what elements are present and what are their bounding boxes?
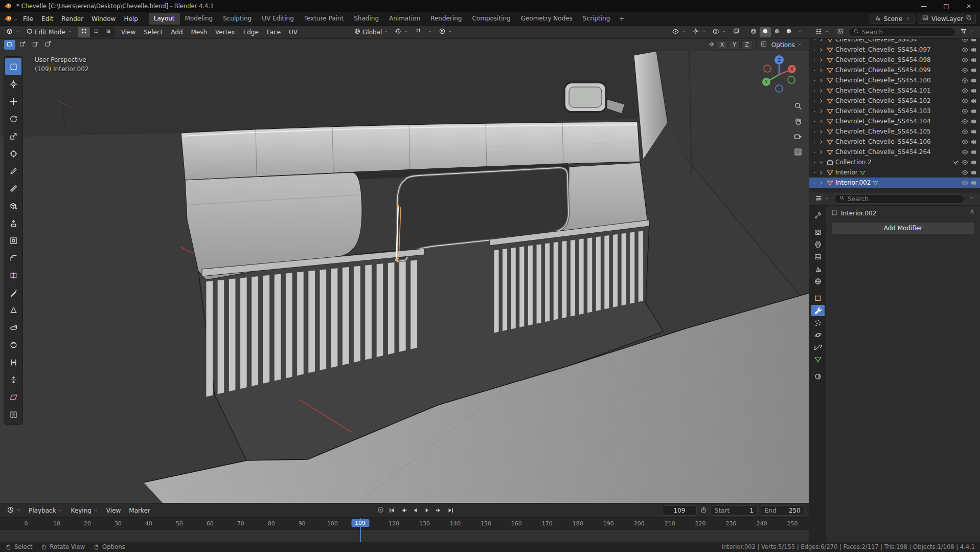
outliner-item-chevrolet-chevelle-ss454-105[interactable]: Chevrolet_Chevelle_SS454.105 <box>809 126 980 137</box>
tp-rev-button[interactable] <box>410 505 421 516</box>
menu-window[interactable]: Window <box>87 14 120 24</box>
tool-shrink-fatten[interactable] <box>5 371 21 388</box>
workspace-tab-rendering[interactable]: Rendering <box>425 13 467 25</box>
outliner-item-chevrolet-chevelle-ss454-101[interactable]: Chevrolet_Chevelle_SS454.101 <box>809 85 980 96</box>
properties-search-input[interactable]: Search <box>834 194 964 204</box>
menu-face[interactable]: Face <box>263 27 285 37</box>
outliner-search-input[interactable]: Search <box>849 28 955 37</box>
workspace-tab-scripting[interactable]: Scripting <box>578 13 615 25</box>
outliner-item-chevrolet-chevelle-ss454-103[interactable]: Chevrolet_Chevelle_SS454.103 <box>809 106 980 116</box>
workspace-tab-animation[interactable]: Animation <box>384 13 425 25</box>
shading-material-button[interactable] <box>771 27 783 37</box>
menu-keying[interactable]: Keying <box>67 505 102 516</box>
workspace-tab-uv-editing[interactable]: UV Editing <box>257 13 299 25</box>
tool-options-dropdown[interactable]: Options <box>769 40 805 50</box>
transform-orientation-dropdown[interactable]: Global <box>351 27 392 37</box>
viewlayer-selector[interactable]: ViewLayer <box>918 14 976 24</box>
properties-tab-tool[interactable] <box>811 210 825 221</box>
minimize-button[interactable]: — <box>913 0 935 12</box>
timeline-track-area[interactable]: 0102030405060708090100110120130140150160… <box>0 518 809 542</box>
menu-playback[interactable]: Playback <box>25 505 67 516</box>
viewport-3d-scene[interactable] <box>0 51 809 503</box>
tool-scale[interactable] <box>5 127 21 145</box>
tp-nextkey-button[interactable] <box>434 505 444 516</box>
workspace-tab-compositing[interactable]: Compositing <box>467 13 515 25</box>
tool-spin[interactable] <box>5 319 21 336</box>
pivot-point-dropdown[interactable] <box>392 27 412 37</box>
outliner-item-chevrolet-chevelle-ss454[interactable]: Chevrolet_Chevelle_SS454 <box>809 39 980 45</box>
outliner-editor-type-button[interactable] <box>812 27 832 38</box>
workspace-tab-shading[interactable]: Shading <box>349 13 384 25</box>
workspace-tab-geometry-nodes[interactable]: Geometry Nodes <box>516 13 578 25</box>
tp-start-button[interactable] <box>386 505 397 516</box>
tool-annotate[interactable] <box>5 162 21 180</box>
outliner-item-chevrolet-chevelle-ss454-104[interactable]: Chevrolet_Chevelle_SS454.104 <box>809 116 980 126</box>
stopwatch-icon[interactable] <box>700 506 708 515</box>
properties-tab-view-layer[interactable] <box>811 251 825 262</box>
frame-end-field[interactable]: End250 <box>761 505 805 516</box>
shading-wireframe-button[interactable] <box>748 27 759 37</box>
tool-knife[interactable] <box>5 284 21 301</box>
outliner-item-collection-2[interactable]: Collection 2 <box>809 157 980 167</box>
workspace-tab-texture-paint[interactable]: Texture Paint <box>299 13 349 25</box>
properties-tab-output[interactable] <box>811 239 825 250</box>
workspace-tab-layout[interactable]: Layout <box>149 13 180 25</box>
menu-select[interactable]: Select <box>140 27 167 37</box>
menu-uv[interactable]: UV <box>285 27 302 37</box>
pan-button[interactable] <box>793 117 803 127</box>
outliner-item-chevrolet-chevelle-ss454-264[interactable]: Chevrolet_Chevelle_SS454.264 <box>809 147 980 157</box>
tp-prevkey-button[interactable] <box>398 505 409 516</box>
selected-vertex[interactable] <box>397 205 400 208</box>
outliner-item-interior[interactable]: Interior <box>809 167 980 178</box>
outliner-item-chevrolet-chevelle-ss454-099[interactable]: Chevrolet_Chevelle_SS454.099 <box>809 65 980 75</box>
properties-tab-world[interactable] <box>811 276 825 287</box>
properties-tab-render[interactable] <box>811 227 825 238</box>
workspace-tab-sculpting[interactable]: Sculpting <box>218 13 257 25</box>
menu-edge[interactable]: Edge <box>239 27 263 37</box>
scene-selector[interactable]: Scene <box>870 14 915 24</box>
shading-dropdown[interactable] <box>795 28 806 37</box>
face-select-mode[interactable] <box>102 27 115 37</box>
close-button[interactable]: × <box>958 0 980 12</box>
menu-vertex[interactable]: Vertex <box>211 27 239 37</box>
tool-edge-slide[interactable] <box>5 354 21 371</box>
menu-mesh[interactable]: Mesh <box>187 27 212 37</box>
properties-tab-particles[interactable] <box>811 317 825 328</box>
tool-shear[interactable] <box>5 388 21 406</box>
add-workspace-button[interactable]: + <box>615 13 628 25</box>
add-modifier-button[interactable]: Add Modifier <box>831 222 975 234</box>
gizmo-minus-x[interactable] <box>764 65 771 72</box>
menu-add[interactable]: Add <box>167 27 187 37</box>
properties-tab-physics[interactable] <box>811 329 825 341</box>
zoom-button[interactable] <box>793 101 803 112</box>
timeline-track[interactable] <box>0 530 809 542</box>
tool-cursor[interactable] <box>5 75 21 93</box>
blender-menu-button[interactable] <box>4 14 18 24</box>
playhead-label[interactable]: 109 <box>351 519 369 527</box>
outliner-display-mode-button[interactable] <box>834 27 847 37</box>
overlays-dropdown[interactable] <box>710 27 730 38</box>
pin-button[interactable] <box>969 209 975 217</box>
proportional-edit-dropdown[interactable] <box>436 27 455 37</box>
gizmos-dropdown[interactable] <box>690 27 709 37</box>
properties-tab-material[interactable] <box>811 371 825 382</box>
frame-start-field[interactable]: Start1 <box>711 505 758 516</box>
tool-measure[interactable] <box>5 180 21 197</box>
menu-marker[interactable]: Marker <box>125 505 154 516</box>
snap-toggle[interactable] <box>412 27 424 37</box>
auto-keying-toggle[interactable] <box>375 505 386 516</box>
properties-tab-object[interactable] <box>811 293 825 304</box>
select-extend-mode[interactable] <box>17 40 28 50</box>
outliner-item-chevrolet-chevelle-ss454-100[interactable]: Chevrolet_Chevelle_SS454.100 <box>809 75 980 85</box>
properties-tab-constraints[interactable] <box>811 342 825 353</box>
editor-type-button[interactable] <box>3 27 23 38</box>
outliner-item-interior-002[interactable]: Interior.002 <box>809 178 980 188</box>
tool-extrude-region[interactable] <box>5 214 21 232</box>
tool-inset-faces[interactable] <box>5 232 21 249</box>
tool-move[interactable] <box>5 93 21 110</box>
properties-editor-type-button[interactable] <box>812 193 832 205</box>
select-intersect-mode[interactable] <box>42 40 54 50</box>
mode-dropdown[interactable]: Edit Mode <box>24 27 75 37</box>
properties-tab-modifiers[interactable] <box>811 305 825 316</box>
edge-select-mode[interactable] <box>90 27 102 37</box>
